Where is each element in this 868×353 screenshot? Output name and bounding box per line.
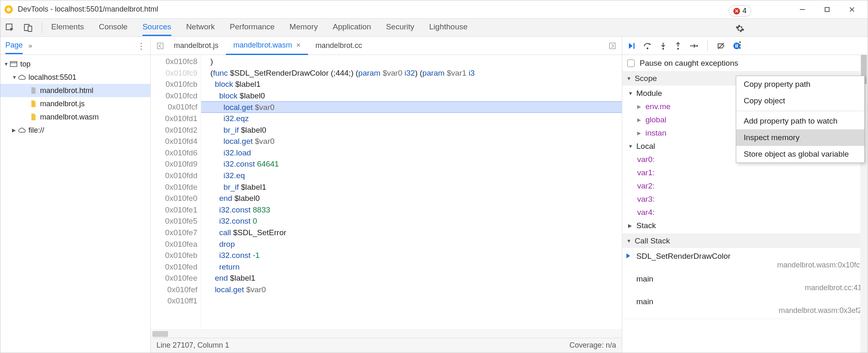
callstack-frame[interactable]: mainmandelbrot.wasm:0x3ef2 xyxy=(622,295,868,317)
tab-security[interactable]: Security xyxy=(386,19,415,36)
tree-file-html[interactable]: mandelbrot.html xyxy=(0,84,150,97)
error-count-badge[interactable]: ✕ 4 xyxy=(729,5,751,17)
scope-var[interactable]: var3: xyxy=(622,193,868,206)
window-icon xyxy=(9,61,18,67)
menu-item[interactable]: Store object as global variable xyxy=(736,146,864,162)
editor-tab-js[interactable]: mandelbrot.js xyxy=(166,37,226,55)
svg-rect-27 xyxy=(737,44,738,48)
close-tab-icon[interactable]: × xyxy=(296,41,301,50)
code-editor[interactable]: 0x010fc80x010fc90x010fcb0x010fcd0x010fcf… xyxy=(151,55,622,329)
gutter[interactable]: 0x010fc80x010fc90x010fcb0x010fcd0x010fcf… xyxy=(151,55,201,329)
tree-file-js[interactable]: mandelbrot.js xyxy=(0,97,150,110)
scope-stack[interactable]: ▶Stack xyxy=(622,219,868,232)
tree-file-host[interactable]: ▶ file:// xyxy=(0,124,150,137)
checkbox[interactable] xyxy=(627,60,635,67)
tab-console[interactable]: Console xyxy=(99,19,128,36)
callstack-frame[interactable]: mainmandelbrot.cc:41 xyxy=(622,272,868,295)
error-count: 4 xyxy=(742,7,747,15)
editor-tabs: mandelbrot.js mandelbrot.wasm× mandelbro… xyxy=(151,37,622,55)
devtools-window: DevTools - localhost:5501/mandelbrot.htm… xyxy=(0,0,868,353)
svg-rect-16 xyxy=(633,43,635,49)
nav-back-icon[interactable] xyxy=(154,42,166,50)
svg-rect-12 xyxy=(10,62,17,67)
navigator-pane: Page » ⋮ ▼ top ▼ localhost:5501 m xyxy=(0,37,151,353)
menu-item[interactable]: Inspect memory xyxy=(736,129,864,146)
svg-rect-14 xyxy=(157,43,163,49)
navigator-menu-icon[interactable]: ⋮ xyxy=(137,41,145,51)
horizontal-scrollbar[interactable] xyxy=(151,329,622,338)
debugger-toolbar xyxy=(622,37,868,55)
inspect-element-icon[interactable] xyxy=(5,23,14,32)
svg-rect-15 xyxy=(609,43,615,49)
resume-icon[interactable] xyxy=(627,42,636,50)
tab-network[interactable]: Network xyxy=(186,19,215,36)
svg-point-21 xyxy=(677,48,679,49)
callstack-section: ▼Call Stack SDL_SetRenderDrawColormandel… xyxy=(622,234,868,319)
more-subtabs-icon[interactable]: » xyxy=(28,42,32,50)
callstack-header[interactable]: ▼Call Stack xyxy=(622,234,868,248)
panel-tabs: Elements Console Sources Network Perform… xyxy=(51,19,608,36)
pause-on-caught-row[interactable]: Pause on caught exceptions xyxy=(622,55,868,72)
editor-tab-cc[interactable]: mandelbrot.cc xyxy=(308,37,370,55)
menu-item[interactable]: Add property path to watch xyxy=(736,113,864,129)
file-icon xyxy=(29,87,38,94)
pause-exceptions-icon[interactable] xyxy=(733,42,741,50)
menu-item[interactable]: Copy object xyxy=(736,93,864,109)
coverage-status: Coverage: n/a xyxy=(569,341,616,350)
page-subtab[interactable]: Page xyxy=(5,38,23,54)
context-menu: Copy property pathCopy objectAdd propert… xyxy=(736,76,865,163)
file-tree: ▼ top ▼ localhost:5501 mandelbrot.html m… xyxy=(0,55,150,353)
device-toggle-icon[interactable] xyxy=(24,23,33,32)
main-toolbar: Elements Console Sources Network Perform… xyxy=(0,19,868,37)
tab-sources[interactable]: Sources xyxy=(142,19,171,36)
scope-var[interactable]: var2: xyxy=(622,179,868,193)
step-over-icon[interactable] xyxy=(643,42,652,50)
menu-divider xyxy=(736,111,864,111)
svg-point-1 xyxy=(7,7,11,12)
tree-host[interactable]: ▼ localhost:5501 xyxy=(0,71,150,84)
cloud-icon xyxy=(18,74,26,80)
tab-elements[interactable]: Elements xyxy=(51,19,84,36)
editor-pane: mandelbrot.js mandelbrot.wasm× mandelbro… xyxy=(151,37,622,353)
devtools-app-icon xyxy=(4,5,14,14)
debugger-pane: Pause on caught exceptions ▼Scope ▼Modul… xyxy=(622,37,868,353)
callstack-frame[interactable]: SDL_SetRenderDrawColormandelbrot.wasm:0x… xyxy=(622,249,868,272)
separator xyxy=(42,22,42,33)
cursor-position: Line 27107, Column 1 xyxy=(157,341,229,350)
tree-file-wasm[interactable]: mandelbrot.wasm xyxy=(0,110,150,124)
error-icon: ✕ xyxy=(733,8,740,14)
svg-rect-8 xyxy=(28,26,32,31)
tab-performance[interactable]: Performance xyxy=(230,19,275,36)
step-out-icon[interactable] xyxy=(674,42,682,50)
file-icon xyxy=(29,100,38,107)
editor-statusbar: Line 27107, Column 1 Coverage: n/a xyxy=(151,338,622,353)
tab-lighthouse[interactable]: Lighthouse xyxy=(429,19,467,36)
tab-memory[interactable]: Memory xyxy=(289,19,318,36)
cloud-icon xyxy=(18,127,26,133)
nav-forward-icon[interactable] xyxy=(606,42,619,50)
svg-point-17 xyxy=(647,47,648,49)
scope-var[interactable]: var4: xyxy=(622,206,868,219)
tab-application[interactable]: Application xyxy=(333,19,371,36)
scrollbar-thumb[interactable] xyxy=(152,331,168,337)
menu-item[interactable]: Copy property path xyxy=(736,76,864,93)
settings-icon[interactable] xyxy=(735,24,745,33)
deactivate-breakpoints-icon[interactable] xyxy=(717,42,725,50)
tree-top[interactable]: ▼ top xyxy=(0,57,150,71)
svg-point-19 xyxy=(662,48,664,49)
scope-var[interactable]: var1: xyxy=(622,166,868,179)
svg-rect-26 xyxy=(735,44,736,48)
svg-point-25 xyxy=(733,43,740,49)
code-area[interactable]: ) (func $SDL_SetRenderDrawColor (;444;) … xyxy=(201,55,622,329)
svg-point-23 xyxy=(696,45,698,46)
step-into-icon[interactable] xyxy=(659,42,667,50)
step-icon[interactable] xyxy=(689,43,698,49)
file-icon xyxy=(29,113,38,121)
editor-tab-wasm[interactable]: mandelbrot.wasm× xyxy=(226,37,308,55)
